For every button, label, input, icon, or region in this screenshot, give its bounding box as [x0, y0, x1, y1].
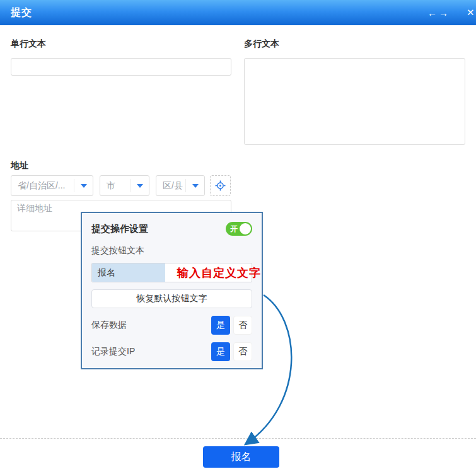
locate-icon	[215, 180, 226, 191]
button-text-label: 提交按钮文本	[91, 245, 252, 257]
submit-settings-dialog: 提交 ← → ✕ 单行文本 多行文本 地址 省/自治区/... 市 区/县	[0, 0, 476, 474]
address-label: 地址	[11, 160, 28, 171]
locate-button[interactable]	[210, 175, 231, 196]
toggle-knob-icon	[240, 223, 251, 234]
form-divider	[0, 438, 476, 439]
record-ip-row: 记录提交IP 是 否	[91, 342, 252, 361]
submit-settings-popup: 提交操作设置 开 提交按钮文本 报名 输入自定义文字 恢复默认按钮文字 保存数据…	[81, 212, 263, 369]
record-ip-yes-button[interactable]: 是	[211, 342, 230, 361]
arrow-left-icon[interactable]: ←	[427, 8, 437, 18]
close-icon[interactable]: ✕	[467, 0, 476, 25]
popup-title: 提交操作设置	[91, 223, 148, 235]
district-dropdown[interactable]: 区/县	[156, 175, 205, 196]
header-nav: ← →	[427, 0, 448, 25]
toggle-on-label: 开	[230, 224, 238, 233]
province-placeholder: 省/自治区/...	[11, 180, 74, 192]
button-text-row: 报名 输入自定义文字	[91, 263, 252, 282]
annotation-text: 输入自定义文字	[177, 265, 261, 280]
province-dropdown[interactable]: 省/自治区/...	[11, 175, 93, 196]
save-data-label: 保存数据	[91, 320, 127, 331]
dialog-title: 提交	[11, 6, 32, 20]
save-data-no-button[interactable]: 否	[233, 316, 252, 335]
record-ip-label: 记录提交IP	[91, 346, 135, 357]
single-line-label: 单行文本	[11, 38, 46, 50]
record-ip-no-button[interactable]: 否	[233, 342, 252, 361]
arrow-right-icon[interactable]: →	[439, 8, 448, 18]
city-dropdown[interactable]: 市	[100, 175, 149, 196]
save-data-row: 保存数据 是 否	[91, 316, 252, 335]
submit-button[interactable]: 报名	[203, 446, 279, 468]
city-placeholder: 市	[100, 180, 130, 192]
dialog-header: 提交 ← → ✕	[0, 0, 476, 25]
restore-default-button[interactable]: 恢复默认按钮文字	[91, 289, 252, 308]
district-placeholder: 区/县	[156, 180, 185, 192]
save-data-yes-button[interactable]: 是	[211, 316, 230, 335]
chevron-down-icon[interactable]	[186, 184, 204, 188]
multi-line-textarea[interactable]	[244, 58, 465, 145]
chevron-down-icon[interactable]	[74, 184, 93, 188]
multi-line-label: 多行文本	[244, 38, 279, 50]
button-text-value: 报名	[98, 267, 115, 279]
single-line-input[interactable]	[11, 58, 231, 76]
chevron-down-icon[interactable]	[131, 184, 149, 188]
enable-toggle[interactable]: 开	[226, 222, 252, 236]
